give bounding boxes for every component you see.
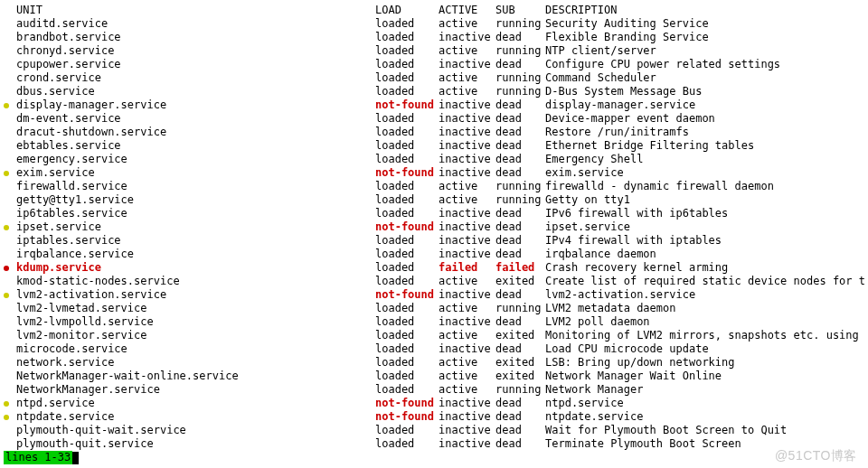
active-state: active	[439, 356, 495, 370]
status-bullet	[4, 383, 16, 397]
status-bullet	[4, 207, 16, 220]
service-row: dracut-shutdown.serviceloadedinactivedea…	[4, 126, 864, 139]
sub-state: running	[495, 193, 545, 207]
active-state: inactive	[439, 166, 495, 180]
description: firewalld - dynamic firewall daemon	[545, 180, 864, 193]
active-state: inactive	[439, 207, 495, 220]
service-row: emergency.serviceloadedinactivedeadEmerg…	[4, 153, 864, 166]
service-row: lvm2-lvmetad.serviceloadedactiverunningL…	[4, 302, 864, 315]
service-row: NetworkManager-wait-online.serviceloaded…	[4, 370, 864, 383]
pager-status-row: lines 1-33	[4, 451, 864, 464]
load-state: loaded	[375, 315, 439, 329]
load-state: loaded	[375, 234, 439, 248]
sub-state: dead	[495, 112, 545, 126]
sub-state: dead	[495, 437, 545, 451]
unit-name: lvm2-activation.service	[16, 288, 375, 302]
unit-name: dm-event.service	[16, 112, 375, 126]
header-row: UNIT LOAD ACTIVE SUB DESCRIPTION	[4, 4, 864, 17]
load-state: loaded	[375, 248, 439, 261]
header-sub: SUB	[495, 4, 545, 17]
status-bullet	[4, 315, 16, 329]
sub-state: dead	[495, 31, 545, 44]
service-row: exim.servicenot-foundinactivedead exim.s…	[4, 166, 864, 180]
unit-name: emergency.service	[16, 153, 375, 166]
status-bullet	[4, 302, 16, 315]
sub-state: failed	[495, 261, 545, 275]
sub-state: dead	[495, 248, 545, 261]
unit-name: microcode.service	[16, 342, 375, 356]
unit-name: NetworkManager.service	[16, 383, 375, 397]
load-state: not-found	[375, 166, 439, 180]
terminal-output[interactable]: UNIT LOAD ACTIVE SUB DESCRIPTION auditd.…	[0, 0, 868, 464]
bullet-notfound-icon	[4, 415, 9, 420]
sub-state: dead	[495, 126, 545, 139]
description: Emergency Shell	[545, 153, 864, 166]
active-state: inactive	[439, 315, 495, 329]
load-state: loaded	[375, 342, 439, 356]
load-state: loaded	[375, 44, 439, 58]
unit-name: display-manager.service	[16, 98, 375, 112]
unit-name: brandbot.service	[16, 31, 375, 44]
unit-name: ntpdate.service	[16, 410, 375, 424]
service-row: plymouth-quit.serviceloadedinactivedeadT…	[4, 437, 864, 451]
bullet-notfound-icon	[4, 225, 9, 230]
active-state: active	[439, 275, 495, 288]
active-state: inactive	[439, 342, 495, 356]
unit-name: dbus.service	[16, 85, 375, 98]
unit-name: lvm2-lvmpolld.service	[16, 315, 375, 329]
unit-name: crond.service	[16, 71, 375, 85]
sub-state: dead	[495, 410, 545, 424]
unit-name: iptables.service	[16, 234, 375, 248]
description: LSB: Bring up/down networking	[545, 356, 864, 370]
service-row: getty@tty1.serviceloadedactiverunningGet…	[4, 193, 864, 207]
load-state: loaded	[375, 153, 439, 166]
unit-name: firewalld.service	[16, 180, 375, 193]
sub-state: dead	[495, 342, 545, 356]
status-bullet	[4, 58, 16, 71]
status-bullet	[4, 112, 16, 126]
description: LVM2 poll daemon	[545, 315, 864, 329]
unit-name: ebtables.service	[16, 139, 375, 153]
status-bullet	[4, 153, 16, 166]
status-bullet	[4, 44, 16, 58]
status-bullet	[4, 329, 16, 342]
load-state: loaded	[375, 383, 439, 397]
active-state: active	[439, 44, 495, 58]
load-state: not-found	[375, 98, 439, 112]
description: Wait for Plymouth Boot Screen to Quit	[545, 424, 864, 437]
status-bullet	[4, 234, 16, 248]
description: Ethernet Bridge Filtering tables	[545, 139, 864, 153]
active-state: inactive	[439, 288, 495, 302]
load-state: loaded	[375, 424, 439, 437]
status-bullet	[4, 261, 16, 275]
status-bullet	[4, 275, 16, 288]
unit-name: kdump.service	[16, 261, 375, 275]
unit-name: lvm2-monitor.service	[16, 329, 375, 342]
unit-name: auditd.service	[16, 17, 375, 31]
sub-state: dead	[495, 153, 545, 166]
active-state: inactive	[439, 397, 495, 410]
header-active: ACTIVE	[439, 4, 495, 17]
service-row: dbus.serviceloadedactiverunningD-Bus Sys…	[4, 85, 864, 98]
service-row: brandbot.serviceloadedinactivedeadFlexib…	[4, 31, 864, 44]
load-state: loaded	[375, 139, 439, 153]
status-bullet	[4, 71, 16, 85]
active-state: active	[439, 329, 495, 342]
sub-state: running	[495, 302, 545, 315]
description: Crash recovery kernel arming	[545, 261, 864, 275]
active-state: inactive	[439, 153, 495, 166]
active-state: active	[439, 71, 495, 85]
load-state: not-found	[375, 397, 439, 410]
unit-name: cpupower.service	[16, 58, 375, 71]
active-state: active	[439, 180, 495, 193]
service-row: cpupower.serviceloadedinactivedeadConfig…	[4, 58, 864, 71]
load-state: loaded	[375, 85, 439, 98]
unit-name: plymouth-quit.service	[16, 437, 375, 451]
load-state: loaded	[375, 58, 439, 71]
status-bullet	[4, 410, 16, 424]
sub-state: dead	[495, 166, 545, 180]
description: exim.service	[545, 166, 864, 180]
bullet-notfound-icon	[4, 103, 9, 108]
active-state: active	[439, 85, 495, 98]
status-bullet	[4, 193, 16, 207]
